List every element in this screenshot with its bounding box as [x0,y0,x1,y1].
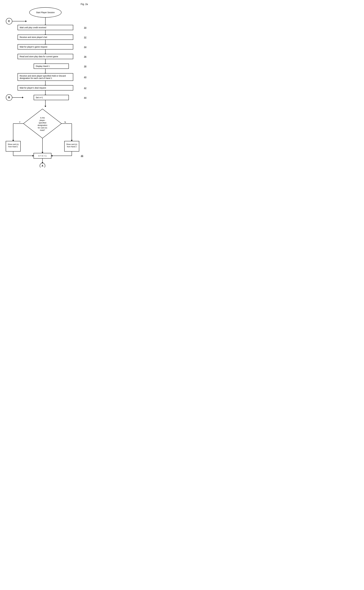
connector-a-text: A [42,165,43,167]
step-30-row: Wait until play credit received 30 [3,25,88,30]
step-34-box: Wait for player's game request [18,44,73,50]
diamond-text-line2: player- [39,119,46,121]
step-34-row: Wait for player's game request 34 [3,44,88,50]
yes-box-text2: from Hand 1 [8,146,18,148]
yes-label: Y [19,121,20,123]
no-label: N [65,121,66,123]
step-44-box: Set n=1 [34,95,69,100]
e-h-line [12,21,26,21]
arrow-34-to-36 [45,50,46,54]
ref-38: 38 [84,65,86,67]
increment-text: n = n + 1 [38,155,46,157]
step-36-row: Read and store play data for current gam… [3,54,88,59]
arrow-start-to-30 [45,18,46,25]
page-container: Fig. 2a Start Player Session E [3,3,88,168]
yes-box-text1: Show card (n) [8,143,19,145]
step-32-box: Receive and store player's bet [18,35,73,40]
step-38-box: Display Hand 1 [34,64,69,69]
ref-42: 42 [84,87,86,89]
step-44-row: B Set n=1 44 [3,95,88,100]
right-arrowhead [71,140,73,141]
yes-to-inc-arrow [32,155,34,157]
start-node: Start Player Session [29,7,61,18]
left-arrowhead [12,140,14,141]
e-arrow [26,20,27,22]
b-arrow [22,97,23,98]
ref-44: 44 [84,96,86,99]
diamond-svg: Is the player- specified designation for… [4,106,86,168]
step-36-box: Read and store play data for current gam… [18,54,73,59]
diamond-text-line5: for card (n) [38,127,47,129]
diamond-text-line4: designation [38,124,47,126]
step-42-row: Wait for player's deal request 42 [3,85,88,91]
step-40-row: Receive and store player-specified Hold … [3,73,88,81]
ref-40: 40 [84,76,86,78]
ref-34: 34 [84,46,86,48]
diamond-text-line3: specified [39,122,46,124]
connector-e: E [6,18,12,25]
arrow-38-to-40 [45,69,46,73]
b-connector-row: B [6,94,23,101]
no-to-inc-arrow [51,155,52,157]
ref-36: 36 [84,55,86,58]
diamond-section: Is the player- specified designation for… [3,106,88,168]
arrow-30-to-32 [45,30,46,35]
step-30-box: Wait until play credit received [18,25,73,30]
arrow-44-to-diamond [45,100,46,106]
arrow-42-to-44 [45,91,46,95]
diamond-bottom-arrow [42,152,43,153]
ref-46: 46 [81,155,83,157]
arrow-32-to-34 [45,40,46,44]
step-38-row: Display Hand 1 38 [3,64,88,69]
step-40-box: Receive and store player-specified Hold … [18,73,73,81]
ref-32: 32 [84,36,86,39]
connector-b: B [6,94,12,101]
step-32-row: Receive and store player's bet 32 [3,35,88,40]
no-box-text1: Show card (n) [66,143,77,145]
flowchart: Start Player Session E Wait until play c… [3,3,88,168]
diamond-text-line1: Is the [40,117,45,119]
arrow-36-to-38 [45,59,46,64]
step-42-box: Wait for player's deal request [18,85,73,91]
diamond-text-line6: Hold? [40,129,45,131]
b-h-line [12,97,22,98]
ref-30: 30 [84,26,86,29]
e-connector-row: E [6,18,27,25]
arrow-40-to-42 [45,81,46,85]
no-box-text2: from Hand 2 [67,146,77,148]
